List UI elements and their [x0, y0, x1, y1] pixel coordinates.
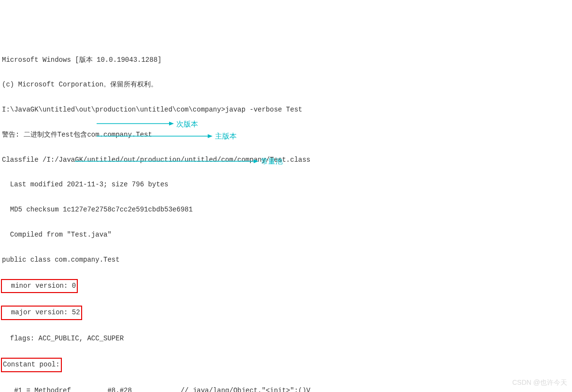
terminal-command: I:\JavaGK\untitled\out\production\untitl… [2, 104, 570, 116]
terminal-line: Last modified 2021-11-3; size 796 bytes [2, 179, 570, 191]
terminal-line: MD5 checksum 1c127e7e2758c7cc2e591cbdb53… [2, 204, 570, 216]
minor-annotation: 次版本 [176, 117, 198, 131]
major-version-line: major version: 52 [2, 306, 570, 320]
minor-version-line: minor version: 0 [2, 279, 570, 294]
constant-pool-line: Constant pool: [2, 358, 570, 372]
constant-pool-highlight: Constant pool: [1, 358, 62, 372]
pool-type: Methodref [34, 385, 107, 392]
pool-ref: #8.#28 [107, 385, 180, 392]
flags-line: flags: ACC_PUBLIC, ACC_SUPER [2, 333, 570, 345]
major-annotation: 主版本 [215, 129, 237, 143]
major-version-highlight: major version: 52 [1, 306, 82, 320]
terminal-line: Classfile /I:/JavaGK/untitled/out/produc… [2, 154, 570, 167]
svg-marker-1 [169, 122, 174, 126]
arrow-icon [97, 121, 174, 126]
watermark: CSDN @也许今天 [512, 377, 567, 389]
terminal-line: (c) Microsoft Corporation。保留所有权利。 [2, 79, 570, 91]
constant-pool-row: #1 = Methodref#8.#28// java/lang/Object.… [2, 385, 570, 392]
constant-pool-table: #1 = Methodref#8.#28// java/lang/Object.… [2, 385, 570, 392]
pool-comment: // java/lang/Object."<init>":()V [181, 387, 311, 392]
pool-index: #1 [2, 385, 22, 392]
terminal-line: Microsoft Windows [版本 10.0.19043.1288] [2, 54, 570, 67]
terminal-line: Compiled from "Test.java" [2, 229, 570, 241]
constpool-annotation: 常量池 [261, 154, 283, 168]
terminal-line: public class com.company.Test [2, 254, 570, 266]
minor-version-highlight: minor version: 0 [1, 279, 78, 294]
terminal-warning: 警告: 二进制文件Test包含com.company.Test [2, 129, 570, 141]
